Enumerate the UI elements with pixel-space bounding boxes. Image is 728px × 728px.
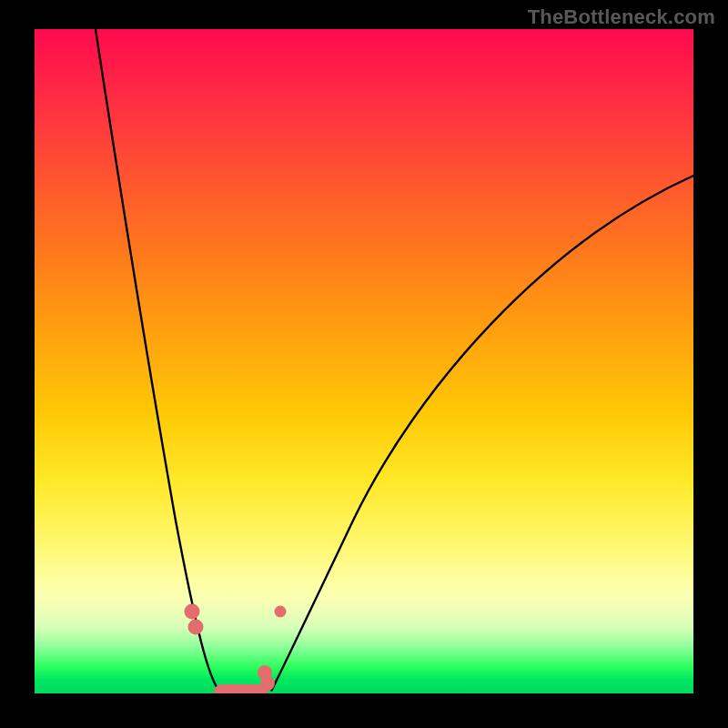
left-curve xyxy=(96,29,219,692)
dot-left-lower xyxy=(188,620,204,635)
frame: TheBottleneck.com xyxy=(0,0,728,728)
right-curve xyxy=(271,176,693,692)
valley-bar xyxy=(214,684,268,693)
curves-svg xyxy=(35,29,693,693)
watermark-text: TheBottleneck.com xyxy=(528,5,715,29)
dot-right-upper xyxy=(275,606,287,618)
plot-area xyxy=(35,29,693,693)
dot-left-upper xyxy=(185,604,200,620)
